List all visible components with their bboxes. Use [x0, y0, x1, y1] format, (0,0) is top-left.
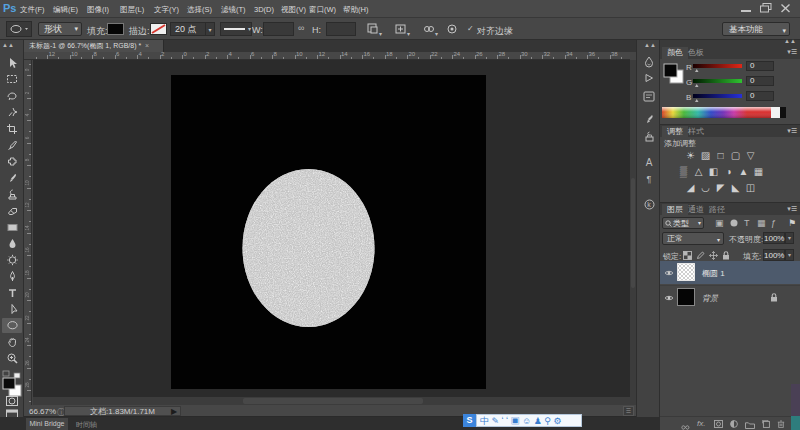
svg-text:k: k	[647, 201, 651, 208]
